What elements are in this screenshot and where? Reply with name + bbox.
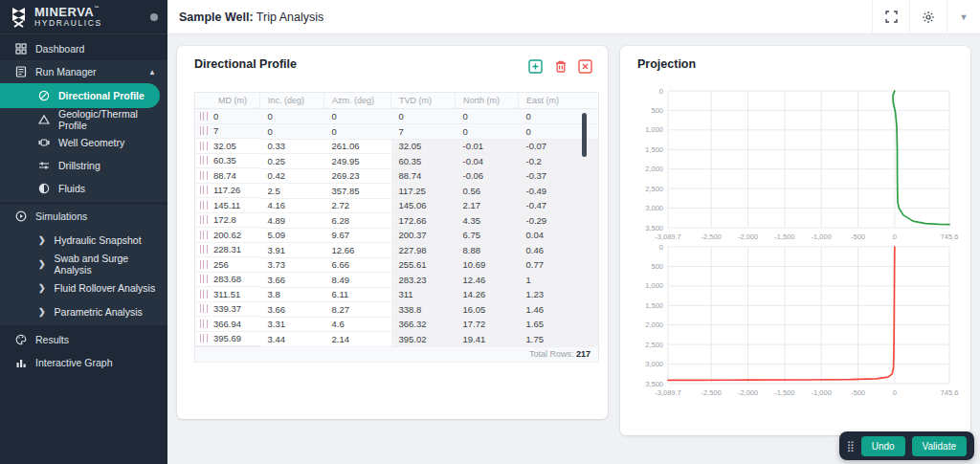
table-cell[interactable]: 0.33: [260, 139, 324, 154]
clear-table-button[interactable]: [578, 59, 592, 74]
table-cell[interactable]: 145.06: [391, 198, 456, 213]
table-cell[interactable]: 0: [391, 109, 456, 124]
sidebar-item-swab-surge[interactable]: ❯ Swab and Surge Analysis: [0, 252, 167, 276]
sidebar-collapse-toggle[interactable]: [150, 13, 158, 21]
table-cell[interactable]: 2.5: [260, 184, 324, 199]
table-cell[interactable]: 32.05: [391, 139, 456, 154]
table-row[interactable]: 117.262.5357.85117.250.56-0.49: [195, 184, 599, 199]
table-row[interactable]: 60.350.25249.9560.35-0.04-0.2: [195, 154, 599, 169]
table-cell[interactable]: 3.31: [260, 317, 324, 332]
table-cell[interactable]: -0.06: [456, 168, 519, 184]
sidebar-item-fluids[interactable]: Fluids: [0, 177, 167, 200]
table-cell[interactable]: -0.37: [519, 168, 599, 184]
table-cell[interactable]: 395.69: [195, 332, 260, 347]
table-cell[interactable]: 88.74: [195, 168, 260, 184]
table-cell[interactable]: 8.49: [324, 273, 391, 288]
table-row[interactable]: 311.513.86.1131114.261.23: [195, 287, 599, 302]
table-cell[interactable]: 357.85: [324, 184, 391, 199]
sidebar-item-drillstring[interactable]: Drillstring: [0, 154, 167, 177]
row-drag-handle[interactable]: [200, 231, 208, 239]
row-drag-handle[interactable]: [200, 142, 208, 150]
table-cell[interactable]: 227.98: [391, 243, 456, 258]
table-cell[interactable]: 117.25: [391, 184, 456, 199]
table-cell[interactable]: 3.8: [260, 287, 324, 302]
table-cell[interactable]: 200.37: [391, 228, 456, 243]
table-cell[interactable]: 311.51: [195, 287, 260, 302]
table-cell[interactable]: 16.05: [456, 302, 519, 318]
table-cell[interactable]: 366.94: [195, 317, 260, 332]
table-cell[interactable]: 228.31: [195, 243, 260, 258]
table-cell[interactable]: 0.46: [519, 243, 599, 258]
sidebar-item-geologic-thermal[interactable]: Geologic/Thermal Profile: [0, 108, 167, 131]
table-cell[interactable]: 2.14: [324, 332, 391, 347]
table-cell[interactable]: 10.69: [456, 257, 519, 273]
table-cell[interactable]: 172.8: [195, 213, 260, 229]
table-cell[interactable]: 88.74: [391, 168, 456, 184]
table-cell[interactable]: 339.37: [195, 302, 260, 318]
table-cell[interactable]: 0: [324, 109, 391, 124]
table-cell[interactable]: 5.09: [260, 228, 324, 243]
sidebar-item-hydraulic-snapshot[interactable]: ❯ Hydraulic Snapshot: [0, 228, 167, 252]
validate-button[interactable]: Validate: [912, 436, 967, 456]
sidebar-item-results[interactable]: Results: [0, 328, 167, 351]
table-cell[interactable]: 4.6: [324, 317, 391, 332]
table-cell[interactable]: 4.35: [456, 213, 519, 229]
table-cell[interactable]: 8.88: [456, 243, 519, 258]
header-dropdown-caret[interactable]: ▼: [947, 0, 980, 34]
table-cell[interactable]: 145.11: [195, 198, 260, 213]
table-row[interactable]: 228.313.9112.66227.988.880.46: [195, 243, 599, 258]
sidebar-item-run-manager[interactable]: Run Manager ▲: [0, 60, 167, 83]
row-drag-handle[interactable]: [200, 260, 208, 269]
undo-button[interactable]: Undo: [861, 436, 905, 456]
table-cell[interactable]: 249.95: [324, 154, 391, 169]
table-cell[interactable]: 338.8: [391, 302, 456, 318]
table-cell[interactable]: 3.91: [260, 243, 324, 258]
table-row[interactable]: 283.683.668.49283.2312.461: [195, 273, 599, 288]
table-cell[interactable]: 256: [195, 257, 260, 273]
table-cell[interactable]: 2.17: [456, 198, 519, 213]
table-cell[interactable]: 200.62: [195, 228, 260, 243]
table-cell[interactable]: 9.67: [324, 228, 391, 243]
table-cell[interactable]: 395.02: [391, 332, 456, 347]
table-row[interactable]: 395.693.442.14395.0219.411.75: [195, 332, 599, 347]
table-cell[interactable]: 0: [324, 124, 391, 140]
settings-button[interactable]: [910, 0, 947, 34]
table-cell[interactable]: 1.23: [519, 287, 599, 302]
row-drag-handle[interactable]: [200, 320, 208, 328]
toolbar-drag-handle[interactable]: ⣿: [847, 441, 855, 452]
table-row[interactable]: 172.84.896.28172.664.35-0.29: [195, 213, 599, 229]
table-cell[interactable]: 4.16: [260, 198, 324, 213]
table-cell[interactable]: 6.66: [324, 257, 391, 273]
row-drag-handle[interactable]: [200, 186, 208, 194]
table-cell[interactable]: 117.26: [195, 184, 260, 199]
table-cell[interactable]: 283.23: [391, 273, 456, 288]
table-cell[interactable]: 1: [519, 273, 599, 288]
table-cell[interactable]: 8.27: [324, 302, 391, 318]
table-cell[interactable]: 0: [456, 109, 519, 124]
table-cell[interactable]: -0.04: [456, 154, 519, 169]
table-row[interactable]: 700700: [195, 124, 599, 140]
table-cell[interactable]: 0.77: [519, 257, 599, 273]
row-drag-handle[interactable]: [200, 171, 208, 180]
table-cell[interactable]: 6.75: [456, 228, 519, 243]
table-cell[interactable]: 0.25: [260, 154, 324, 169]
table-cell[interactable]: 3.44: [260, 332, 324, 347]
delete-row-button[interactable]: [553, 59, 568, 74]
table-cell[interactable]: 2.72: [324, 198, 391, 213]
table-cell[interactable]: 366.32: [391, 317, 456, 332]
table-row[interactable]: 32.050.33261.0632.05-0.01-0.07: [195, 139, 599, 154]
table-cell[interactable]: 3.73: [260, 257, 324, 273]
table-row[interactable]: 145.114.162.72145.062.17-0.47: [195, 198, 599, 213]
table-cell[interactable]: 261.06: [324, 139, 391, 154]
table-cell[interactable]: 1.75: [519, 332, 599, 347]
table-row[interactable]: 2563.736.66255.6110.690.77: [195, 257, 599, 273]
table-cell[interactable]: 12.66: [324, 243, 391, 258]
table-scrollbar[interactable]: [582, 113, 587, 157]
row-drag-handle[interactable]: [200, 215, 208, 224]
table-cell[interactable]: -0.01: [456, 139, 519, 154]
sidebar-item-well-geometry[interactable]: Well Geometry: [0, 131, 167, 154]
row-drag-handle[interactable]: [200, 275, 208, 283]
table-cell[interactable]: 32.05: [195, 139, 260, 154]
table-cell[interactable]: 12.46: [456, 273, 519, 288]
sidebar-item-parametric[interactable]: ❯ Parametric Analysis: [0, 299, 167, 323]
